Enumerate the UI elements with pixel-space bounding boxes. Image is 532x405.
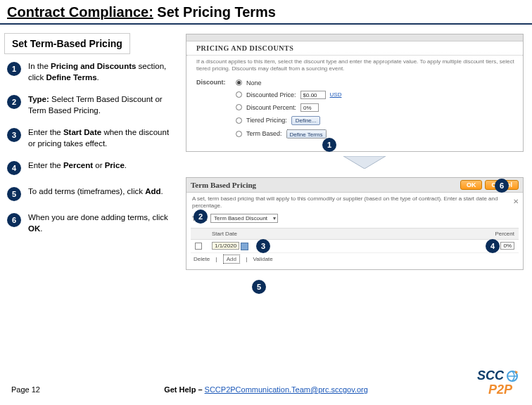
- step-bullet-2: 2: [7, 95, 21, 109]
- calendar-icon[interactable]: [241, 243, 248, 250]
- step-3: 3 Enter the Start Date when the discount…: [7, 127, 176, 149]
- radio-term-based-label: Term Based:: [246, 130, 282, 137]
- step-text-5: To add terms (timeframes), click Add.: [28, 186, 163, 198]
- logo-bottom-text: P2P: [488, 382, 513, 397]
- step-text-3: Enter the Start Date when the discount o…: [28, 127, 176, 149]
- page-title: Contract Compliance: Set Pricing Terms: [0, 0, 532, 25]
- close-icon[interactable]: ✕: [512, 198, 520, 206]
- validate-link[interactable]: Validate: [253, 256, 272, 262]
- callout-marker-1: 1: [322, 138, 336, 152]
- currency-link[interactable]: USD: [330, 91, 342, 98]
- callout-marker-6: 6: [495, 179, 509, 193]
- step-4: 4 Enter the Percent or Price.: [7, 160, 176, 175]
- panel-section-title: PRICING AND DISCOUNTS: [186, 41, 523, 56]
- term-based-pricing-dialog: Term Based Pricing OK Cancel A set, term…: [186, 177, 524, 270]
- step-bullet-5: 5: [7, 187, 21, 201]
- radio-tiered[interactable]: [236, 117, 242, 124]
- radio-row-term-based: Term Based: Define Terms: [186, 127, 523, 141]
- table-row: 1/1/2020 0%: [191, 240, 519, 253]
- step-1: 1 In the Pricing and Discounts section, …: [7, 61, 176, 83]
- radio-row-discount-percent: Discount Percent: 0%: [186, 101, 523, 114]
- radio-discounted-price-label: Discounted Price:: [246, 91, 296, 98]
- define-tiered-button[interactable]: Define...: [291, 116, 321, 125]
- type-row: Type: Term Based Discount: [186, 212, 523, 225]
- pricing-discounts-panel: PRICING AND DISCOUNTS If a discount appl…: [186, 34, 524, 152]
- step-text-1: In the Pricing and Discounts section, cl…: [28, 61, 176, 83]
- help-label: Get Help –: [164, 385, 204, 394]
- page-number: Page 12: [11, 385, 40, 394]
- terms-table: Start Date Percent 1/1/2020 0%: [191, 228, 519, 253]
- callout-marker-2: 2: [194, 210, 208, 224]
- action-row: Delete | Add | Validate: [186, 253, 523, 265]
- start-date-input[interactable]: 1/1/2020: [212, 242, 239, 250]
- svg-marker-0: [343, 156, 386, 169]
- col-start-date: Start Date: [208, 229, 306, 239]
- dialog-description: A set, term based pricing that will appl…: [186, 193, 523, 212]
- step-bullet-1: 1: [7, 62, 21, 76]
- scc-p2p-logo: SCC P2P: [476, 368, 521, 397]
- discounted-price-input[interactable]: $0.00: [300, 91, 326, 99]
- radio-tiered-label: Tiered Pricing:: [246, 117, 287, 124]
- discount-percent-input[interactable]: 0%: [300, 103, 319, 112]
- title-underlined: Contract Compliance:: [7, 4, 153, 20]
- step-bullet-6: 6: [7, 213, 21, 227]
- percent-input[interactable]: 0%: [500, 242, 514, 250]
- radio-row-tiered: Tiered Pricing: Define...: [186, 114, 523, 127]
- add-link[interactable]: Add: [223, 255, 240, 264]
- panel-description: If a discount applies to this item, sele…: [186, 56, 523, 77]
- step-text-6: When you are done adding terms, click OK…: [28, 212, 176, 234]
- delete-link[interactable]: Delete: [194, 256, 210, 262]
- step-2: 2 Type: Select Term Based Discount or Te…: [7, 94, 176, 116]
- define-terms-button[interactable]: Define Terms: [286, 129, 327, 139]
- step-6: 6 When you are done adding terms, click …: [7, 212, 176, 234]
- dialog-header: Term Based Pricing OK Cancel: [186, 178, 523, 193]
- radio-none-label: None: [246, 79, 262, 86]
- logo-top-text: SCC: [477, 368, 505, 382]
- ok-button[interactable]: OK: [460, 180, 483, 190]
- step-bullet-3: 3: [7, 128, 21, 142]
- radio-discount-percent[interactable]: [236, 104, 242, 110]
- dialog-title: Term Based Pricing: [191, 181, 256, 189]
- discount-label: Discount:: [196, 79, 226, 86]
- radio-discounted-price[interactable]: [236, 91, 242, 98]
- step-text-4: Enter the Percent or Price.: [28, 160, 127, 172]
- radio-row-none: None: [186, 77, 523, 89]
- footer-help: Get Help – SCCP2PCommunication.Team@prc.…: [164, 385, 368, 394]
- row-checkbox[interactable]: [195, 243, 202, 250]
- step-bullet-4: 4: [7, 161, 21, 175]
- title-rest: Set Pricing Terms: [153, 4, 276, 20]
- callout-marker-3: 3: [256, 239, 270, 253]
- step-text-2: Type: Select Term Based Discount or Term…: [28, 94, 176, 116]
- type-select[interactable]: Term Based Discount: [210, 214, 278, 223]
- col-percent: Percent: [462, 229, 519, 239]
- radio-term-based[interactable]: [236, 131, 242, 137]
- step-5: 5 To add terms (timeframes), click Add.: [7, 186, 176, 201]
- flow-arrow-icon: [343, 156, 386, 169]
- terms-table-header: Start Date Percent: [191, 229, 519, 240]
- panel-header-bar: [186, 34, 523, 41]
- callout-marker-4: 4: [486, 239, 500, 253]
- radio-none[interactable]: [236, 79, 242, 86]
- callout-marker-5: 5: [252, 280, 266, 294]
- help-email-link[interactable]: SCCP2PCommunication.Team@prc.sccgov.org: [205, 385, 368, 394]
- sub-heading: Set Term-Based Pricing: [4, 33, 130, 54]
- radio-discount-percent-label: Discount Percent:: [246, 104, 296, 111]
- radio-row-discounted-price: Discounted Price: $0.00 USD: [186, 89, 523, 101]
